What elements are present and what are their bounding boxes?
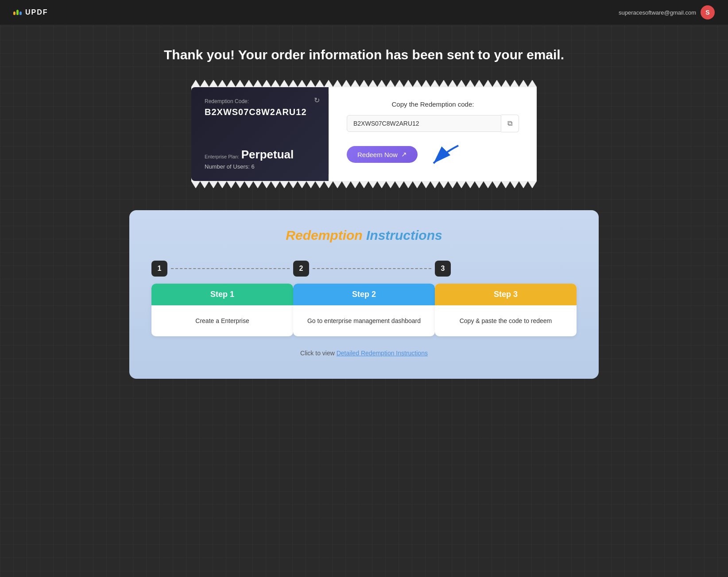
footer-text: Click to view: [300, 350, 337, 357]
step-2-connector: [313, 268, 431, 269]
coupon-zigzag-bottom: [191, 181, 537, 188]
step-3-description: Copy & paste the code to redeem: [435, 305, 577, 336]
redeem-row: Redeem Now ↗: [347, 141, 462, 168]
logo-icon: [13, 10, 22, 15]
plan-name: Perpetual: [241, 148, 294, 161]
step-3-block: 3 Step 3 Copy & paste the code to redeem: [435, 261, 577, 336]
copy-code-button[interactable]: ⧉: [501, 115, 519, 132]
coupon-left: Redemption Code: B2XWS07C8W2ARU12 ↻ Ente…: [191, 87, 329, 181]
coupon-body: Redemption Code: B2XWS07C8W2ARU12 ↻ Ente…: [191, 87, 537, 181]
steps-container: 1 Step 1 Create a Enterprise 2: [151, 261, 577, 336]
step-2-card: Step 2 Go to enterprise management dashb…: [293, 284, 435, 336]
step-1-connector: [171, 268, 290, 269]
step-2-number: 2: [293, 261, 309, 277]
logo-text: UPDF: [25, 8, 48, 16]
step-1-block: 1 Step 1 Create a Enterprise: [151, 261, 293, 336]
title-redemption: Redemption: [286, 228, 362, 242]
header: UPDF superacesoftware@gmail.com S: [0, 0, 728, 25]
step-1-card: Step 1 Create a Enterprise: [151, 284, 293, 336]
main-content: Thank you! Your order information has be…: [0, 25, 728, 405]
code-input-row: ⧉: [347, 115, 519, 132]
step-3-header: 3: [435, 261, 577, 277]
user-area: superacesoftware@gmail.com S: [619, 5, 715, 19]
copy-label: Copy the Redemption code:: [392, 100, 474, 108]
coupon-right: Copy the Redemption code: ⧉ Redeem Now ↗: [329, 87, 537, 181]
instructions-section: Redemption Instructions 1 Step 1 Create …: [129, 210, 599, 379]
step-3-label: Step 3: [435, 284, 577, 305]
arrow-indicator: [426, 141, 462, 168]
step-3-card: Step 3 Copy & paste the code to redeem: [435, 284, 577, 336]
refresh-icon[interactable]: ↻: [314, 96, 320, 104]
redeem-now-button[interactable]: Redeem Now ↗: [347, 146, 418, 163]
step-2-header: 2: [293, 261, 435, 277]
page-title: Thank you! Your order information has be…: [164, 47, 564, 62]
step-1-description: Create a Enterprise: [151, 305, 293, 336]
copy-icon: ⧉: [507, 119, 512, 127]
avatar[interactable]: S: [701, 5, 715, 19]
title-instructions: Instructions: [366, 228, 442, 242]
plan-info: Enterprise Plan: Perpetual Number of Use…: [205, 148, 315, 170]
step-3-number: 3: [435, 261, 451, 277]
logo-area: UPDF: [13, 8, 48, 16]
redemption-code-display: B2XWS07C8W2ARU12: [205, 107, 315, 117]
step-1-header: 1: [151, 261, 293, 277]
step-1-number: 1: [151, 261, 167, 277]
redeem-btn-label: Redeem Now: [357, 151, 398, 158]
step-2-label: Step 2: [293, 284, 435, 305]
detailed-instructions-link[interactable]: Detailed Redemption Instructions: [337, 350, 428, 357]
coupon-zigzag-top: [191, 80, 537, 87]
footer-link-area: Click to view Detailed Redemption Instru…: [300, 350, 428, 357]
code-input[interactable]: [347, 115, 501, 132]
step-2-description: Go to enterprise management dashboard: [293, 305, 435, 336]
instructions-title: Redemption Instructions: [286, 228, 442, 243]
step-2-block: 2 Step 2 Go to enterprise management das…: [293, 261, 435, 336]
redemption-code-label: Redemption Code:: [205, 98, 315, 104]
external-link-icon: ↗: [401, 150, 407, 158]
user-email: superacesoftware@gmail.com: [619, 9, 696, 16]
users-info: Number of Users: 6: [205, 163, 315, 170]
step-1-label: Step 1: [151, 284, 293, 305]
plan-label: Enterprise Plan:: [205, 154, 239, 159]
